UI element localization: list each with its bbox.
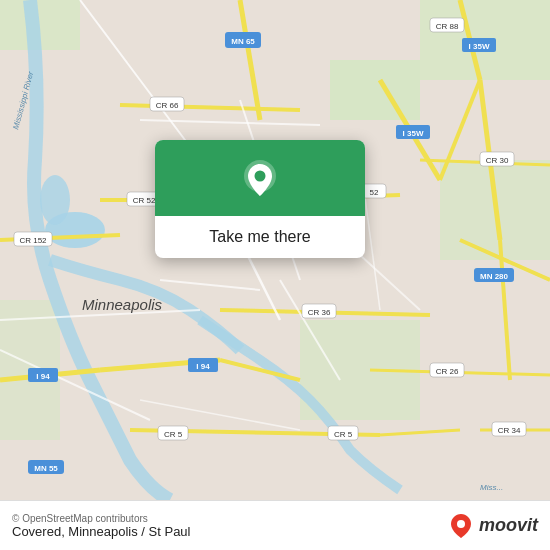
svg-text:I 94: I 94 xyxy=(36,372,50,381)
svg-point-8 xyxy=(40,175,70,225)
bottom-left-info: © OpenStreetMap contributors Covered, Mi… xyxy=(12,513,190,539)
svg-text:CR 30: CR 30 xyxy=(486,156,509,165)
take-me-there-button[interactable]: Take me there xyxy=(193,216,326,258)
svg-text:CR 88: CR 88 xyxy=(436,22,459,31)
svg-point-81 xyxy=(457,520,465,528)
svg-text:Minneapolis: Minneapolis xyxy=(82,296,163,313)
svg-text:I 35W: I 35W xyxy=(403,129,424,138)
bottom-bar: © OpenStreetMap contributors Covered, Mi… xyxy=(0,500,550,550)
moovit-wordmark: moovit xyxy=(479,515,538,536)
svg-text:CR 26: CR 26 xyxy=(436,367,459,376)
svg-text:MN 55: MN 55 xyxy=(34,464,58,473)
svg-text:CR 5: CR 5 xyxy=(164,430,183,439)
popup-green-header xyxy=(155,140,365,216)
svg-text:CR 52: CR 52 xyxy=(133,196,156,205)
svg-text:52: 52 xyxy=(370,188,379,197)
svg-text:CR 5: CR 5 xyxy=(334,430,353,439)
svg-text:Miss...: Miss... xyxy=(480,483,503,492)
svg-text:CR 66: CR 66 xyxy=(156,101,179,110)
svg-text:CR 34: CR 34 xyxy=(498,426,521,435)
svg-text:MN 280: MN 280 xyxy=(480,272,509,281)
moovit-pin-icon xyxy=(447,512,475,540)
location-pin-icon xyxy=(238,158,282,202)
svg-point-80 xyxy=(255,171,266,182)
svg-text:I 94: I 94 xyxy=(196,362,210,371)
popup-card: Take me there xyxy=(155,140,365,258)
svg-text:CR 152: CR 152 xyxy=(19,236,47,245)
svg-text:MN 65: MN 65 xyxy=(231,37,255,46)
location-text: Covered, Minneapolis / St Paul xyxy=(12,524,190,539)
copyright-text: © OpenStreetMap contributors xyxy=(12,513,190,524)
svg-text:I 35W: I 35W xyxy=(469,42,490,51)
svg-text:CR 36: CR 36 xyxy=(308,308,331,317)
moovit-logo: moovit xyxy=(447,512,538,540)
map-area: MN 65 CR 88 I 35W CR 66 I 35W CR 52 52 C… xyxy=(0,0,550,500)
svg-marker-3 xyxy=(330,60,420,120)
